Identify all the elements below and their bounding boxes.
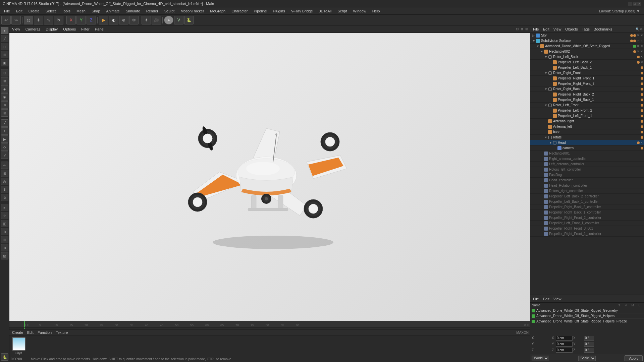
material-skyd[interactable]: Skyd [12, 337, 25, 355]
window-controls[interactable]: ─ □ ✕ [628, 2, 641, 6]
rect002-x2[interactable]: ✕ [640, 50, 643, 53]
antenna-r-dot[interactable] [641, 120, 643, 123]
attr-tab-edit[interactable]: Edit [542, 297, 551, 301]
mat-tab-texture[interactable]: Texture [54, 330, 69, 335]
menu-mograph[interactable]: MoGraph [207, 8, 228, 14]
maximize-button[interactable]: □ [633, 2, 637, 6]
head-dot[interactable] [637, 141, 640, 144]
undo-button[interactable]: ↩ [1, 16, 11, 24]
obj-row-rotor-rb[interactable]: ▼ Rotor_Right_Back [530, 86, 644, 92]
obj-row-rotors-left-ctrl[interactable]: Rotors_left_controller [530, 167, 644, 172]
prop-lf2-dot[interactable] [641, 109, 643, 112]
menu-pipeline[interactable]: Pipeline [251, 8, 269, 14]
live-select-button[interactable]: ◎ [24, 16, 33, 24]
left-tool-10[interactable]: ⟳ [1, 143, 8, 151]
subdiv-check2[interactable]: ✓ [640, 39, 643, 42]
sky-expand-icon[interactable]: ▷ [532, 34, 536, 37]
left-tool-6[interactable]: ⊞ [1, 109, 8, 117]
obj-row-head-ctrl[interactable]: Head_controller [530, 178, 644, 183]
obj-row-camera[interactable]: camera [530, 145, 644, 151]
left-tool-21[interactable]: ⊞ [1, 236, 8, 243]
left-tool-1[interactable]: ⊡ [1, 69, 8, 76]
menu-vray[interactable]: V-Ray Bridge [288, 8, 316, 14]
obj-row-prop-rb1[interactable]: Propeller_Right_Back_1 [530, 97, 644, 103]
left-tool-23[interactable]: ▨ [1, 252, 8, 259]
obj-row-left-antenna-ctrl[interactable]: Left_antenna_controller [530, 162, 644, 167]
obj-row-drone[interactable]: ▼ Advanced_Drone_White_Off_State_Rigged … [530, 44, 644, 49]
menu-simulate[interactable]: Simulate [123, 8, 143, 14]
obj-row-prop-rb1-ctrl[interactable]: Propeller_Right_Back_1_controller [530, 210, 644, 215]
menu-sculpt[interactable]: Sculpt [162, 8, 177, 14]
obj-row-prop-lf1-ctrl[interactable]: Propeller_Left_Front_1_controller [530, 221, 644, 226]
left-tool-7[interactable]: ╱ [1, 119, 8, 127]
obj-row-prop-rf2-ctrl[interactable]: Propeller_Right_Front_2_controller [530, 215, 644, 221]
obj-row-fastdog[interactable]: FastDog [530, 172, 644, 178]
obj-tab-file[interactable]: File [532, 27, 540, 31]
obj-tab-view[interactable]: View [552, 27, 563, 31]
obj-row-prop-rf1[interactable]: Propeller_Right_Front_1 [530, 76, 644, 81]
obj-row-subdiv[interactable]: ▼ Subdivision Surface ✓ ✓ [530, 38, 644, 44]
vp-menu-filter[interactable]: Filter [80, 27, 91, 31]
left-tool-polys[interactable]: ◻ [1, 43, 8, 50]
vp-icon-3[interactable]: ⊞ [525, 27, 529, 31]
attr-y-rot-value[interactable] [584, 342, 594, 347]
mat-tab-function[interactable]: Function [36, 330, 53, 335]
rotor-lb-x[interactable]: ✕ [640, 55, 643, 58]
prop-lb2-x[interactable]: ✕ [640, 61, 643, 64]
obj-row-prop-rb2[interactable]: Propeller_Right_Back_2 [530, 92, 644, 97]
left-tool-16[interactable]: ⊙ [1, 194, 8, 201]
menu-file[interactable]: File [1, 8, 13, 14]
menu-window[interactable]: Window [351, 8, 369, 14]
obj-search-icon[interactable]: 🔍 [636, 27, 639, 31]
head-expand[interactable]: ▼ [549, 141, 552, 144]
rotor-lb-dot[interactable] [637, 56, 640, 58]
obj-row-rect002[interactable]: ▼ Rectangle002 ✕ ✕ [530, 49, 644, 54]
menu-snap[interactable]: Snap [89, 8, 103, 14]
close-button[interactable]: ✕ [637, 2, 641, 6]
rotor-lf-dot[interactable] [641, 104, 643, 107]
obj-row-prop-lf1[interactable]: Propeller_Left_Front_1 [530, 113, 644, 119]
obj-row-antenna-l[interactable]: Antenna_left [530, 124, 644, 129]
light-button[interactable]: ☀ [142, 16, 151, 24]
menu-mesh[interactable]: Mesh [74, 8, 88, 14]
vp-menu-view[interactable]: View [11, 27, 21, 31]
obj-row-prop-lb2-ctrl[interactable]: Propeller_Left_Back_2_controller [530, 194, 644, 199]
move-tool-button[interactable]: ✛ [34, 16, 43, 24]
left-tool-bottom1[interactable]: 🐍 [1, 353, 8, 361]
rotor-rf-expand[interactable]: ▼ [544, 71, 548, 75]
left-tool-4[interactable]: ◉ [1, 93, 8, 101]
left-tool-3[interactable]: ◈ [1, 85, 8, 93]
obj-row-rect001[interactable]: Rectangle001 [530, 151, 644, 156]
obj-row-head-rot-ctrl[interactable]: Head_Rotation_controller [530, 183, 644, 188]
obj-tab-tags[interactable]: Tags [581, 27, 591, 31]
subdiv-dot2[interactable] [633, 40, 636, 42]
obj-row-rotate[interactable]: ▼ rotate [530, 135, 644, 140]
obj-row-prop-rf3-ctrl[interactable]: Propeller_Right_Front_3_001 [530, 226, 644, 231]
attr-tab-view[interactable]: View [552, 297, 563, 301]
rect002-x1[interactable]: ✕ [636, 50, 640, 53]
attr-y-value[interactable] [556, 342, 573, 347]
left-tool-15[interactable]: $ [1, 186, 8, 193]
obj-row-prop-rf2[interactable]: Propeller_Right_Front_2 [530, 81, 644, 86]
prop-lf1-dot[interactable] [641, 115, 643, 117]
vp-menu-cameras[interactable]: Cameras [24, 27, 42, 31]
left-tool-edges[interactable]: ╱ [1, 35, 8, 42]
subdiv-expand-icon[interactable]: ▼ [532, 39, 536, 43]
vp-icon-2[interactable]: ⊠ [520, 27, 524, 31]
material-skyd-preview[interactable] [12, 337, 25, 351]
attr-tab-file[interactable]: File [532, 297, 540, 301]
left-tool-uvw[interactable]: ⊞ [1, 51, 8, 58]
render-active-button[interactable]: ◐ [109, 16, 118, 24]
vp-menu-display[interactable]: Display [44, 27, 59, 31]
vp-menu-panel[interactable]: Panel [94, 27, 106, 31]
redo-button[interactable]: ↪ [11, 16, 21, 24]
menu-render[interactable]: Render [144, 8, 161, 14]
drone-green-sq[interactable] [633, 45, 636, 48]
menu-tools[interactable]: Tools [59, 8, 73, 14]
rect002-dot[interactable] [633, 50, 636, 53]
mat-tab-create[interactable]: Create [11, 330, 24, 335]
sky-dot2[interactable] [633, 34, 636, 37]
obj-row-prop-rf1-ctrl[interactable]: Propeller_Right_Front_1_controller [530, 231, 644, 237]
obj-tab-edit[interactable]: Edit [542, 27, 551, 31]
apply-button[interactable]: Apply [625, 355, 643, 361]
